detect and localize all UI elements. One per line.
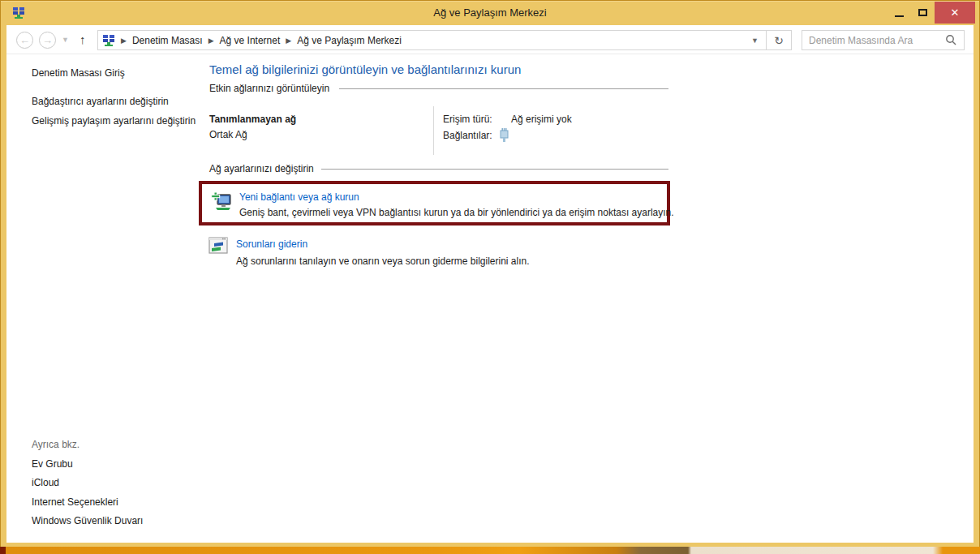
sidebar-item-windows-firewall[interactable]: Windows Güvenlik Duvarı xyxy=(32,515,143,526)
setup-new-connection-link[interactable]: Yeni bağlantı veya ağ kurun xyxy=(239,191,359,203)
network-center-breadcrumb-icon xyxy=(102,34,115,47)
minimize-button[interactable] xyxy=(888,2,911,24)
breadcrumb-separator-icon: ▶ xyxy=(115,37,132,45)
minimize-icon xyxy=(895,15,904,17)
address-dropdown-icon[interactable]: ▼ xyxy=(744,37,766,45)
new-connection-icon[interactable] xyxy=(211,191,232,213)
sidebar-item-internet-options[interactable]: Internet Seçenekleri xyxy=(32,496,118,508)
breadcrumb-control-panel[interactable]: Denetim Masası xyxy=(132,35,203,46)
breadcrumb-network-internet[interactable]: Ağ ve Internet xyxy=(220,35,281,46)
network-name: Tanımlanmayan ağ xyxy=(209,114,296,125)
breadcrumb-separator-icon: ▶ xyxy=(203,37,220,45)
breadcrumb-network-sharing-center[interactable]: Ağ ve Paylaşım Merkezi xyxy=(297,35,402,46)
highlight-annotation-box: Yeni bağlantı veya ağ kurun Geniş bant, … xyxy=(199,181,670,225)
divider xyxy=(321,169,668,170)
network-type: Ortak Ağ xyxy=(209,129,247,140)
setup-new-connection-description: Geniş bant, çevirmeli veya VPN bağlantıs… xyxy=(239,207,674,218)
maximize-icon xyxy=(918,9,927,16)
troubleshoot-link[interactable]: Sorunları giderin xyxy=(236,238,307,250)
troubleshoot-description: Ağ sorunlarını tanılayın ve onarın veya … xyxy=(236,256,530,267)
sidebar-item-icloud[interactable]: iCloud xyxy=(32,477,59,488)
sidebar-item-homegroup[interactable]: Ev Grubu xyxy=(32,458,73,470)
divider xyxy=(339,88,668,89)
recent-pages-dropdown-icon[interactable]: ▼ xyxy=(62,36,69,44)
ethernet-connector-icon xyxy=(499,127,509,143)
client-area: ← → ▼ ↑ ▶ Denetim Masası ▶ Ağ ve Interne… xyxy=(6,25,974,543)
window-title: Ağ ve Paylaşım Merkezi xyxy=(1,1,979,25)
active-networks-section-title: Etkin ağlarınızı görüntüleyin xyxy=(209,83,329,94)
breadcrumb-separator-icon: ▶ xyxy=(280,37,297,45)
access-type-label: Erişim türü: xyxy=(443,114,492,125)
close-button[interactable]: ✕ xyxy=(935,2,975,24)
page-title: Temel ağ bilgilerinizi görüntüleyin ve b… xyxy=(209,62,521,76)
search-icon xyxy=(945,34,956,45)
change-settings-section-title: Ağ ayarlarınızı değiştirin xyxy=(209,163,314,174)
sidebar-item-change-sharing-settings[interactable]: Gelişmiş paylaşım ayarlarını değiştirin xyxy=(32,114,198,127)
access-type-value: Ağ erişimi yok xyxy=(511,114,572,125)
navigation-toolbar: ← → ▼ ↑ ▶ Denetim Masası ▶ Ağ ve Interne… xyxy=(6,25,974,54)
maximize-button[interactable] xyxy=(911,2,935,24)
see-also-label: Ayrıca bkz. xyxy=(32,439,80,450)
refresh-icon[interactable]: ↻ xyxy=(767,34,791,47)
search-input[interactable] xyxy=(809,31,939,49)
divider xyxy=(433,106,434,155)
back-button[interactable]: ← xyxy=(16,32,33,49)
connections-label: Bağlantılar: xyxy=(443,130,492,141)
close-icon: ✕ xyxy=(951,6,960,19)
troubleshoot-icon[interactable] xyxy=(208,236,228,256)
search-box[interactable] xyxy=(802,30,965,50)
desktop-wallpaper-strip xyxy=(0,547,980,554)
sidebar-item-change-adapter-settings[interactable]: Bağdaştırıcı ayarlarını değiştirin xyxy=(32,96,169,107)
address-bar[interactable]: ▶ Denetim Masası ▶ Ağ ve Internet ▶ Ağ v… xyxy=(97,30,792,50)
sidebar-item-control-panel-home[interactable]: Denetim Masası Giriş xyxy=(32,67,125,79)
forward-button[interactable]: → xyxy=(39,32,56,49)
up-button[interactable]: ↑ xyxy=(80,32,86,46)
network-sharing-center-window: Ağ ve Paylaşım Merkezi ✕ ← → ▼ ↑ xyxy=(0,0,980,548)
titlebar: Ağ ve Paylaşım Merkezi ✕ xyxy=(1,1,979,25)
